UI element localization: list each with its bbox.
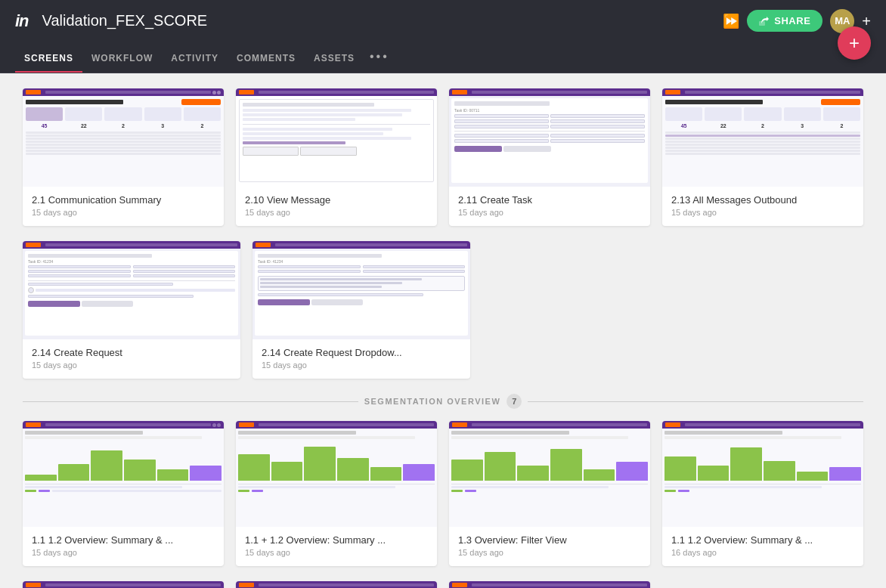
svg-rect-0 bbox=[759, 21, 765, 26]
screen-thumb-2-14a: Task ID: 41234 bbox=[23, 241, 240, 339]
first-card-grid: 45 22 2 3 2 bbox=[23, 88, 863, 226]
card-name: 2.14 Create Request bbox=[32, 347, 231, 358]
nav-overflow[interactable]: ••• bbox=[364, 50, 395, 71]
card-time: 15 days ago bbox=[458, 208, 641, 217]
segmentation-bottom-grid bbox=[23, 581, 863, 588]
second-card-grid: Task ID: 41234 bbox=[23, 241, 470, 379]
screen-card-seg-2[interactable]: 1.1 + 1.2 Overview: Summary ... 15 days … bbox=[236, 421, 437, 566]
screen-card-2-1[interactable]: 45 22 2 3 2 bbox=[23, 88, 224, 226]
card-time: 15 days ago bbox=[32, 548, 215, 557]
screen-card-2-14a[interactable]: Task ID: 41234 bbox=[23, 241, 240, 379]
app-header: in Validation_FEX_SCORE ⏩ SHARE MA + bbox=[0, 0, 886, 42]
card-time: 15 days ago bbox=[32, 361, 231, 370]
share-icon bbox=[759, 16, 770, 26]
project-title: Validation_FEX_SCORE bbox=[42, 12, 723, 29]
screen-thumb-2-1: 45 22 2 3 2 bbox=[23, 88, 224, 187]
share-button[interactable]: SHARE bbox=[747, 10, 822, 32]
screen-card-seg-b2[interactable] bbox=[236, 581, 437, 588]
card-name: 1.1 1.2 Overview: Summary & ... bbox=[32, 534, 215, 546]
segmentation-section-header: SEGMENTATION OVERVIEW 7 bbox=[23, 394, 863, 409]
card-info-2-10: 2.10 View Message 15 days ago bbox=[236, 187, 437, 226]
section-line-right bbox=[528, 401, 863, 402]
card-info-seg-1: 1.1 1.2 Overview: Summary & ... 15 days … bbox=[23, 527, 224, 566]
card-name: 1.1 1.2 Overview: Summary & ... bbox=[671, 534, 854, 546]
card-name: 1.1 + 1.2 Overview: Summary ... bbox=[245, 534, 428, 546]
card-time: 15 days ago bbox=[671, 208, 854, 217]
screen-card-2-14b[interactable]: Task ID: 41234 bbox=[252, 241, 470, 379]
nav-bar: SCREENS WORKFLOW ACTIVITY COMMENTS ASSET… bbox=[0, 42, 886, 73]
nav-activity[interactable]: ACTIVITY bbox=[162, 53, 228, 73]
section-title: SEGMENTATION OVERVIEW bbox=[364, 397, 501, 406]
screen-card-2-11[interactable]: Task ID: 00711 bbox=[449, 88, 650, 226]
screen-card-seg-4[interactable]: 1.1 1.2 Overview: Summary & ... 16 days … bbox=[662, 421, 863, 566]
card-name: 2.1 Communication Summary bbox=[32, 194, 215, 206]
card-info-2-14a: 2.14 Create Request 15 days ago bbox=[23, 339, 240, 379]
screen-card-2-13[interactable]: 45 22 2 3 2 bbox=[662, 88, 863, 226]
forward-icon[interactable]: ⏩ bbox=[723, 13, 739, 29]
main-content: 45 22 2 3 2 bbox=[0, 73, 886, 588]
nav-comments[interactable]: COMMENTS bbox=[228, 53, 305, 73]
screen-thumb-2-13: 45 22 2 3 2 bbox=[662, 88, 863, 187]
card-time: 15 days ago bbox=[262, 361, 461, 370]
card-info-seg-4: 1.1 1.2 Overview: Summary & ... 16 days … bbox=[662, 527, 863, 566]
card-name: 2.14 Create Request Dropdow... bbox=[262, 347, 461, 358]
section-line-left bbox=[23, 401, 358, 402]
screen-card-seg-3[interactable]: 1.3 Overview: Filter View 15 days ago bbox=[449, 421, 650, 566]
add-project-button[interactable]: + bbox=[862, 14, 871, 29]
screen-thumb-seg-1 bbox=[23, 421, 224, 527]
card-time: 16 days ago bbox=[671, 548, 854, 557]
nav-screens[interactable]: SCREENS bbox=[15, 53, 82, 73]
screen-thumb-seg-2 bbox=[236, 421, 437, 527]
nav-assets[interactable]: ASSETS bbox=[305, 53, 364, 73]
card-info-2-13: 2.13 All Messages Outbound 15 days ago bbox=[662, 187, 863, 226]
screen-thumb-seg-4 bbox=[662, 421, 863, 527]
screen-card-seg-1[interactable]: 1.1 1.2 Overview: Summary & ... 15 days … bbox=[23, 421, 224, 566]
screen-thumb-seg-b2 bbox=[236, 581, 437, 588]
screen-thumb-seg-b1 bbox=[23, 581, 224, 588]
screen-thumb-seg-3 bbox=[449, 421, 650, 527]
card-name: 2.10 View Message bbox=[245, 194, 428, 206]
card-time: 15 days ago bbox=[458, 548, 641, 557]
screen-thumb-seg-b3 bbox=[449, 581, 650, 588]
card-info-2-11: 2.11 Create Task 15 days ago bbox=[449, 187, 650, 226]
card-name: 1.3 Overview: Filter View bbox=[458, 534, 641, 546]
card-time: 15 days ago bbox=[245, 208, 428, 217]
nav-workflow[interactable]: WORKFLOW bbox=[82, 53, 162, 73]
card-info-2-1: 2.1 Communication Summary 15 days ago bbox=[23, 187, 224, 226]
card-name: 2.11 Create Task bbox=[458, 194, 641, 206]
card-time: 15 days ago bbox=[32, 208, 215, 217]
fab-add-button[interactable]: + bbox=[838, 26, 871, 60]
card-time: 15 days ago bbox=[245, 548, 428, 557]
segmentation-card-grid: 1.1 1.2 Overview: Summary & ... 15 days … bbox=[23, 421, 863, 566]
screen-card-seg-b1[interactable] bbox=[23, 581, 224, 588]
card-name: 2.13 All Messages Outbound bbox=[671, 194, 854, 206]
card-info-seg-2: 1.1 + 1.2 Overview: Summary ... 15 days … bbox=[236, 527, 437, 566]
screen-thumb-2-11: Task ID: 00711 bbox=[449, 88, 650, 187]
screen-thumb-2-14b: Task ID: 41234 bbox=[252, 241, 470, 339]
screen-card-seg-b3[interactable] bbox=[449, 581, 650, 588]
screen-card-2-10[interactable]: 2.10 View Message 15 days ago bbox=[236, 88, 437, 226]
app-logo: in bbox=[15, 11, 29, 31]
card-info-2-14b: 2.14 Create Request Dropdow... 15 days a… bbox=[252, 339, 470, 379]
section-count-badge: 7 bbox=[507, 394, 522, 409]
screen-thumb-2-10 bbox=[236, 88, 437, 187]
card-info-seg-3: 1.3 Overview: Filter View 15 days ago bbox=[449, 527, 650, 566]
